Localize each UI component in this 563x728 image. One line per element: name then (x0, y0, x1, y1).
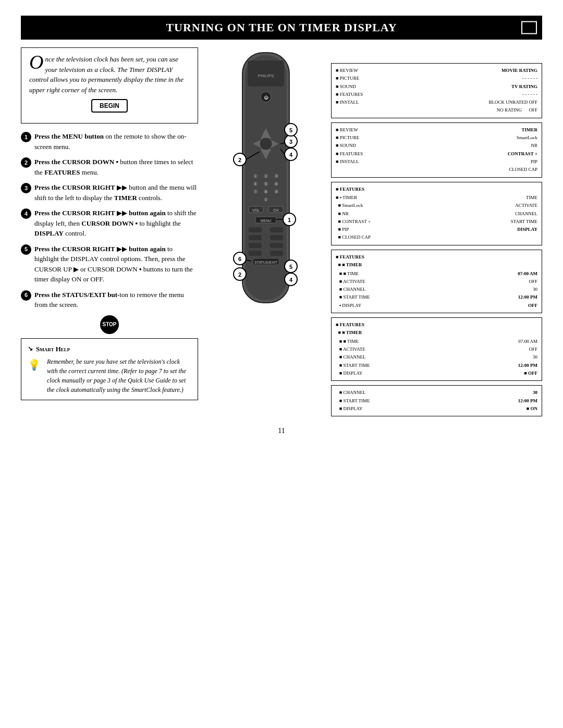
svg-text:2: 2 (238, 157, 241, 163)
menu-screen-3: ■ FEATURES ■ ▪ TIMERTIME ■ SmartLockACTI… (331, 182, 542, 245)
svg-rect-29 (249, 235, 262, 240)
step-1: 1 Press the MENU button on the remote to… (21, 131, 198, 152)
svg-text:⑧: ⑧ (264, 189, 268, 194)
steps-area: 1 Press the MENU button on the remote to… (21, 131, 198, 334)
svg-rect-33 (249, 251, 262, 256)
svg-rect-28 (270, 227, 283, 232)
intro-text: nce the television clock has been set, y… (29, 55, 183, 94)
svg-text:⑥: ⑥ (274, 181, 278, 187)
svg-text:VOL: VOL (252, 208, 260, 212)
svg-rect-30 (270, 235, 283, 240)
step-3: 3 Press the CURSOR RIGHT ▶▶ button and t… (21, 182, 198, 203)
left-col: O nce the television clock has been set,… (21, 47, 198, 416)
svg-text:3: 3 (289, 139, 292, 145)
step-num-6: 6 (21, 290, 31, 301)
svg-text:⑤: ⑤ (264, 181, 268, 187)
remote-svg: PHILIPS ⏻ ① ② (214, 47, 318, 412)
drop-cap: O (29, 54, 43, 70)
svg-text:4: 4 (289, 152, 293, 158)
svg-text:⏻: ⏻ (264, 95, 268, 100)
main-content: O nce the television clock has been set,… (21, 47, 542, 416)
begin-badge: BEGIN (91, 99, 128, 113)
svg-text:2: 2 (238, 272, 241, 278)
step-num-4: 4 (21, 208, 31, 219)
step-num-3: 3 (21, 183, 31, 193)
smart-help-label: Smart Help (36, 344, 70, 354)
svg-text:③: ③ (274, 174, 278, 179)
step-text-5: Press the CURSOR RIGHT ▶▶ button again t… (34, 244, 198, 285)
svg-text:MENU: MENU (261, 219, 272, 223)
smart-help-title: ↘ Smart Help (28, 344, 191, 354)
svg-rect-34 (270, 251, 283, 256)
step-text-1: Press the MENU button on the remote to s… (34, 131, 198, 152)
smart-help-box: ↘ Smart Help 💡 Remember, be sure you hav… (21, 338, 198, 401)
right-area: PHILIPS ⏻ ① ② (209, 47, 542, 416)
menu-screen-1: ■ REVIEWMOVIE RATING ■ PICTURE- - - - - … (331, 63, 542, 118)
remote-area: PHILIPS ⏻ ① ② (209, 47, 323, 416)
svg-text:②: ② (264, 174, 268, 179)
step-5: 5 Press the CURSOR RIGHT ▶▶ button again… (21, 244, 198, 285)
svg-text:①: ① (253, 174, 258, 179)
stop-badge: STOP (100, 315, 119, 334)
svg-point-10 (260, 138, 272, 150)
arrow-icon: ↘ (28, 344, 33, 353)
svg-text:④: ④ (253, 181, 258, 187)
step-text-2: Press the CURSOR DOWN ▪ button three tim… (34, 157, 198, 177)
menu-screen-6: ■ CHANNEL30 ■ START TIME12:00 PM ■ DISPL… (331, 385, 542, 416)
svg-text:CH: CH (273, 208, 278, 212)
corner-box (521, 21, 537, 34)
step-text-3: Press the CURSOR RIGHT ▶▶ button and the… (34, 182, 198, 203)
step-4: 4 Press the CURSOR RIGHT ▶▶ button again… (21, 208, 198, 239)
step-num-1: 1 (21, 132, 31, 142)
lightbulb-icon: 💡 (28, 357, 41, 373)
svg-text:6: 6 (238, 256, 241, 262)
page: Turning On the On Timer Display O nce th… (0, 0, 563, 728)
svg-text:4: 4 (289, 277, 293, 283)
svg-text:⑨: ⑨ (274, 189, 278, 194)
svg-rect-31 (249, 243, 262, 248)
step-num-5: 5 (21, 244, 31, 255)
svg-text:1: 1 (288, 217, 291, 223)
menu-screen-4: ■ FEATURES ■ ■ TIMER ■ ■ TIME07:00 AM ■ … (331, 250, 542, 313)
svg-text:0: 0 (264, 197, 267, 202)
svg-text:5: 5 (289, 264, 292, 270)
menu-screen-5: ■ FEATURES ■ ■ TIMER ■ ■ TIME07:00 AM ■ … (331, 317, 542, 381)
svg-text:⑦: ⑦ (253, 189, 258, 194)
svg-text:STATUS/EXIT: STATUS/EXIT (254, 261, 278, 264)
title-bar: Turning On the On Timer Display (21, 16, 542, 40)
menu-screen-2: ■ REVIEWTIMER ■ PICTURESmartLock ■ SOUND… (331, 122, 542, 178)
svg-text:PHILIPS: PHILIPS (258, 73, 274, 78)
step-text-4: Press the CURSOR RIGHT ▶▶ button again t… (34, 208, 198, 239)
page-title: Turning On the On Timer Display (166, 21, 397, 34)
step-2: 2 Press the CURSOR DOWN ▪ button three t… (21, 157, 198, 177)
smart-help-text: Remember, be sure you have set the telev… (47, 357, 191, 394)
svg-text:5: 5 (289, 127, 292, 133)
screens-area: ■ REVIEWMOVIE RATING ■ PICTURE- - - - - … (331, 47, 542, 416)
page-number: 11 (21, 427, 542, 435)
step-text-6: Press the STATUS/EXIT but-ton to remove … (34, 290, 198, 310)
intro-box: O nce the television clock has been set,… (21, 47, 198, 124)
svg-rect-32 (270, 243, 283, 248)
step-6: 6 Press the STATUS/EXIT but-ton to remov… (21, 290, 198, 310)
step-num-2: 2 (21, 157, 31, 168)
svg-rect-27 (249, 227, 262, 232)
